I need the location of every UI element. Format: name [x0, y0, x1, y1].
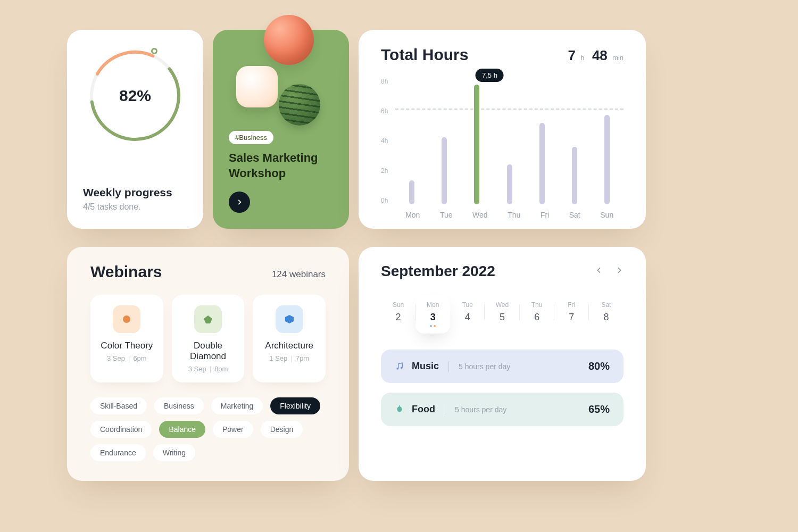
chart-bar[interactable] [604, 115, 610, 204]
activity-sub: 5 hours per day [459, 362, 510, 371]
calendar-day[interactable]: Thu 6 [520, 295, 554, 334]
filter-tag[interactable]: Power [213, 421, 253, 438]
chart-x-label: Mon [405, 211, 420, 219]
filter-tag[interactable]: Flexibility [270, 397, 320, 414]
balloon-icon [264, 15, 314, 65]
chart-x-label: Tue [440, 211, 453, 219]
chart-bar[interactable] [474, 85, 479, 204]
hours-value: 7 h 48 min [568, 47, 624, 64]
webinar-meta: 3 Sep|6pm [95, 354, 159, 362]
day-label: Wed [485, 301, 519, 309]
day-label: Sat [589, 301, 624, 309]
music-icon [395, 362, 404, 371]
calendar-prev-button[interactable] [595, 266, 603, 277]
day-number: 8 [603, 312, 609, 322]
day-number: 7 [569, 312, 574, 322]
filter-tag[interactable]: Design [261, 421, 303, 438]
workshop-illustration [229, 43, 333, 122]
chart-bar[interactable] [442, 137, 447, 204]
watermelon-icon [279, 84, 320, 126]
webinar-name: Double Diamond [176, 340, 240, 362]
chart-bar[interactable] [572, 147, 577, 204]
calendar-day[interactable]: Wed 5 [485, 295, 519, 334]
calendar-day[interactable]: Sat 8 [589, 295, 624, 334]
workshop-card[interactable]: #Business Sales Marketing Workshop [213, 30, 349, 229]
webinar-meta: 1 Sep|7pm [257, 354, 321, 362]
activity-sub: 5 hours per day [455, 405, 506, 414]
day-label: Thu [520, 301, 554, 309]
filter-tag[interactable]: Marketing [211, 397, 263, 414]
calendar-day[interactable]: Sun 2 [381, 295, 415, 334]
chart-x-label: Fri [541, 211, 549, 219]
day-number: 6 [534, 312, 539, 322]
webinar-item[interactable]: Color Theory 3 Sep|6pm [90, 295, 163, 383]
workshop-tag[interactable]: #Business [229, 131, 273, 144]
hours-chart: 8h6h4h2h0h 7,5 h MonTueWedThuFriSatSun [381, 77, 624, 219]
svg-marker-4 [204, 315, 212, 323]
activity-name: Music [412, 361, 439, 372]
chart-x-label: Sun [600, 211, 613, 219]
calendar-day[interactable]: Mon 3 [415, 295, 450, 334]
webinar-meta: 3 Sep|8pm [176, 365, 240, 373]
svg-point-3 [123, 315, 130, 323]
webinars-card: Webinars 124 webinars Color Theory 3 Sep… [67, 247, 349, 481]
workshop-open-button[interactable] [229, 192, 250, 213]
progress-ring: 82% [85, 46, 185, 146]
activity-row[interactable]: Music 5 hours per day 80% [381, 350, 624, 383]
calendar-next-button[interactable] [615, 266, 624, 277]
filter-tag[interactable]: Endurance [90, 444, 146, 461]
webinar-icon [276, 305, 303, 333]
calendar-title: September 2022 [381, 263, 495, 280]
calendar-day[interactable]: Fri 7 [554, 295, 589, 334]
svg-marker-5 [285, 315, 294, 323]
chevron-left-icon [595, 266, 603, 275]
webinars-title: Webinars [90, 263, 162, 281]
filter-tag[interactable]: Writing [153, 444, 195, 461]
hours-title: Total Hours [381, 46, 468, 64]
webinar-name: Architecture [257, 340, 321, 351]
chart-x-label: Thu [508, 211, 520, 219]
activity-value: 80% [588, 360, 610, 372]
calendar-card: September 2022 Sun 2 Mon 3 Tue 4 Wed 5 [359, 247, 646, 481]
calendar-day[interactable]: Tue 4 [450, 295, 485, 334]
chevron-right-icon [236, 198, 243, 206]
food-icon [395, 405, 404, 414]
svg-rect-8 [399, 405, 400, 406]
filter-tag[interactable]: Coordination [90, 421, 152, 438]
svg-point-6 [396, 367, 398, 369]
filter-tag[interactable]: Balance [159, 421, 205, 438]
day-label: Mon [415, 301, 450, 309]
chart-x-label: Wed [472, 211, 488, 219]
activity-value: 65% [588, 403, 610, 415]
day-label: Tue [450, 301, 485, 309]
cube-icon [236, 66, 278, 107]
weekly-progress-card: 82% Weekly progress 4/5 tasks done. [67, 30, 203, 229]
chevron-right-icon [615, 266, 624, 275]
day-number: 5 [500, 312, 505, 322]
webinar-item[interactable]: Architecture 1 Sep|7pm [253, 295, 326, 383]
chart-x-label: Sat [569, 211, 580, 219]
activity-name: Food [412, 404, 435, 415]
progress-title: Weekly progress [83, 186, 187, 199]
day-number: 4 [465, 312, 470, 322]
filter-tag[interactable]: Skill-Based [90, 397, 147, 414]
webinar-item[interactable]: Double Diamond 3 Sep|8pm [172, 295, 245, 383]
day-label: Sun [381, 301, 415, 309]
webinar-icon [194, 305, 222, 333]
progress-percent: 82% [85, 46, 185, 146]
day-label: Fri [554, 301, 589, 309]
chart-tooltip: 7,5 h [476, 69, 504, 82]
webinar-name: Color Theory [95, 340, 159, 351]
webinar-icon [113, 305, 140, 333]
day-number: 2 [396, 312, 401, 322]
chart-bar[interactable] [409, 180, 414, 204]
total-hours-card: Total Hours 7 h 48 min 8h6h4h2h0h 7,5 h … [359, 30, 646, 229]
chart-bar[interactable] [507, 164, 512, 204]
workshop-title: Sales Marketing Workshop [229, 151, 333, 181]
svg-point-7 [401, 367, 403, 369]
chart-bar[interactable] [539, 123, 545, 204]
filter-tag[interactable]: Business [154, 397, 204, 414]
progress-subtitle: 4/5 tasks done. [83, 202, 187, 212]
activity-row[interactable]: Food 5 hours per day 65% [381, 393, 624, 426]
day-number: 3 [430, 312, 436, 322]
